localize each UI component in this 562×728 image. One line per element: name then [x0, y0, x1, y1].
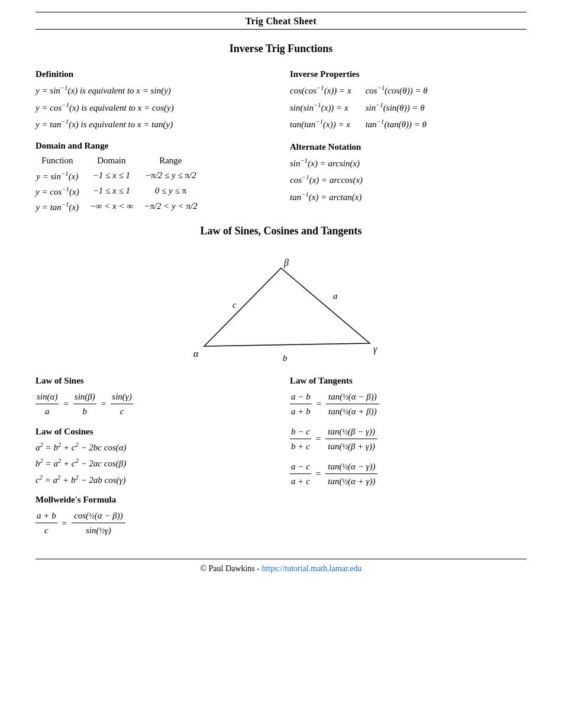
- alternate-notation-title: Alternate Notation: [290, 142, 527, 152]
- section1-title: Inverse Trig Functions: [35, 43, 527, 55]
- inv-props-left: cos(cos−1(x)) = x sin(sin−1(x)) = x tan(…: [290, 83, 351, 134]
- inv-prop-tan1: tan(tan−1(x)) = x: [290, 117, 351, 131]
- tangents-ab: a − b a + b = tan(½(α − β)) tan(½(α + β)…: [290, 389, 527, 418]
- inv-prop-sin2: sin−1(sin(θ)) = θ: [366, 100, 428, 115]
- domain-range-title: Domain and Range: [35, 141, 272, 151]
- inverse-trig-columns: Definition y = sin−1(x) is equivalent to…: [35, 63, 527, 214]
- footer-text: © Paul Dawkins -: [200, 564, 261, 573]
- def-tan: y = tan−1(x) is equivalent to x = tan(y): [35, 117, 272, 131]
- gamma-label: γ: [373, 344, 377, 355]
- laws-left: Law of Sines sin(α) a = sin(β) b = sin(γ…: [35, 376, 272, 542]
- footer-rule: [35, 559, 527, 559]
- cosines-a: a2 = b2 + c2 − 2bc cos(α): [35, 440, 272, 455]
- def-cos: y = cos−1(x) is equivalent to x = cos(y): [35, 100, 272, 115]
- page: Trig Cheat Sheet Inverse Trig Functions …: [0, 0, 562, 728]
- col-range: Range: [144, 154, 208, 168]
- law-cosines-title: Law of Cosines: [35, 427, 272, 437]
- col-function: Function: [35, 154, 90, 168]
- laws-right: Law of Tangents a − b a + b = tan(½(α − …: [290, 376, 527, 542]
- law-tangents-title: Law of Tangents: [290, 376, 527, 386]
- triangle-diagram: β α γ a c b: [35, 246, 527, 364]
- inv-prop-sin1: sin(sin−1(x)) = x: [290, 100, 351, 115]
- side-a-label: a: [333, 291, 338, 301]
- domain-range-table: Function Domain Range y = sin−1(x) −1 ≤ …: [35, 154, 208, 214]
- mollweide-formula: a + b c = cos(½(α − β)) sin(½γ): [35, 508, 272, 537]
- law-sines-title: Law of Sines: [35, 376, 272, 386]
- inv-prop-cos1: cos(cos−1(x)) = x: [290, 83, 351, 98]
- laws-section: Law of Sines sin(α) a = sin(β) b = sin(γ…: [35, 376, 527, 542]
- title-rule: [35, 29, 527, 30]
- tangents-ac: a − c a + c = tan(½(α − γ)) tan(½(α + γ)…: [290, 459, 527, 488]
- cosines-c: c2 = a2 + b2 − 2ab cos(γ): [35, 473, 272, 487]
- inv-prop-cos2: cos−1(cos(θ)) = θ: [366, 83, 428, 98]
- definition-title: Definition: [35, 69, 272, 79]
- right-column: Inverse Properties cos(cos−1(x)) = x sin…: [290, 63, 527, 214]
- table-row: y = tan−1(x) −∞ < x < ∞ −π/2 < y < π/2: [35, 199, 208, 214]
- triangle-svg: β α γ a c b: [169, 246, 393, 364]
- svg-marker-0: [204, 268, 370, 346]
- col-domain: Domain: [90, 154, 144, 168]
- law-sines-formula: sin(α) a = sin(β) b = sin(γ) c: [35, 389, 272, 418]
- footer-link[interactable]: https://tutorial.math.lamar.edu: [261, 564, 361, 573]
- footer: © Paul Dawkins - https://tutorial.math.l…: [35, 564, 527, 574]
- left-column: Definition y = sin−1(x) is equivalent to…: [35, 63, 272, 214]
- alt-tan: tan−1(x) = arctan(x): [290, 189, 527, 204]
- tangents-bc: b − c b + c = tan(½(β − γ)) tan(½(β + γ)…: [290, 424, 527, 453]
- inv-prop-tan2: tan−1(tan(θ)) = θ: [366, 117, 428, 131]
- top-rule: [35, 12, 527, 12]
- alt-cos: cos−1(x) = arccos(x): [290, 172, 527, 187]
- side-c-label: c: [232, 300, 237, 310]
- alpha-label: α: [193, 349, 199, 359]
- table-row: y = sin−1(x) −1 ≤ x ≤ 1 −π/2 ≤ y ≤ π/2: [35, 168, 208, 183]
- cosines-b: b2 = a2 + c2 − 2ac cos(β): [35, 456, 272, 471]
- alt-sin: sin−1(x) = arcsin(x): [290, 156, 527, 170]
- inverse-props-title: Inverse Properties: [290, 69, 527, 79]
- table-row: y = cos−1(x) −1 ≤ x ≤ 1 0 ≤ y ≤ π: [35, 183, 208, 199]
- mollweide-title: Mollweide's Formula: [35, 495, 272, 505]
- side-b-label: b: [283, 353, 288, 363]
- def-sin: y = sin−1(x) is equivalent to x = sin(y): [35, 83, 272, 98]
- page-title: Trig Cheat Sheet: [35, 16, 527, 27]
- inv-props-right: cos−1(cos(θ)) = θ sin−1(sin(θ)) = θ tan−…: [366, 83, 428, 134]
- beta-label: β: [283, 257, 289, 268]
- section2-title: Law of Sines, Cosines and Tangents: [35, 225, 527, 237]
